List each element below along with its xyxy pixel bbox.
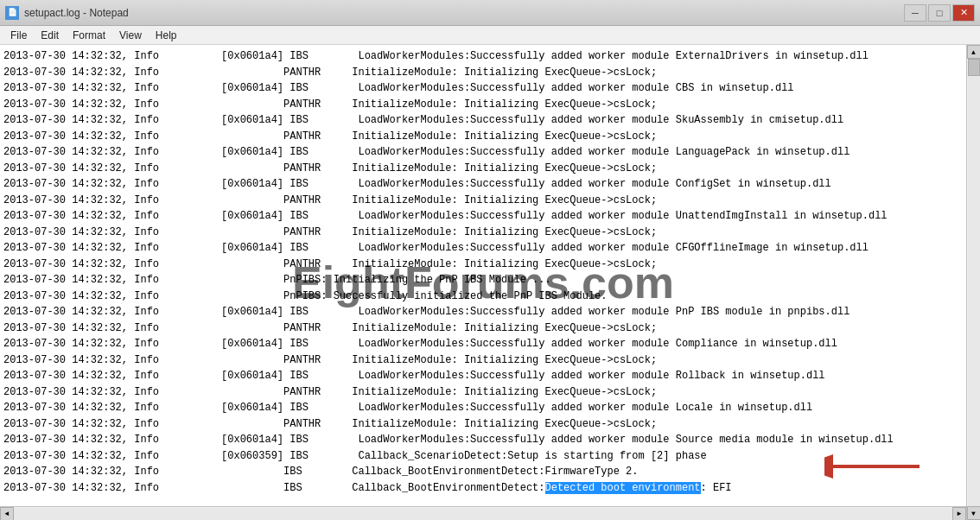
log-line: 2013-07-30 14:32:32, Info PnPIBS: Succes… — [3, 289, 963, 305]
log-line: 2013-07-30 14:32:32, Info PANTHR Initial… — [3, 416, 963, 433]
log-line: 2013-07-30 14:32:32, Info [0x060359] IBS… — [3, 448, 963, 465]
scroll-track-h[interactable] — [14, 508, 952, 520]
scroll-track[interactable] — [968, 59, 980, 506]
log-line: 2013-07-30 14:32:32, Info [0x0601a4] IBS… — [3, 368, 963, 384]
log-line: 2013-07-30 14:32:32, Info PANTHR Initial… — [3, 161, 963, 177]
log-line: 2013-07-30 14:32:32, Info [0x0601a4] IBS… — [3, 432, 963, 448]
log-line: 2013-07-30 14:32:32, Info PANTHR Initial… — [3, 65, 963, 81]
log-lines: 2013-07-30 14:32:32, Info [0x0601a4] IBS… — [0, 47, 966, 498]
log-content[interactable]: 2013-07-30 14:32:32, Info [0x0601a4] IBS… — [0, 45, 966, 520]
log-line: 2013-07-30 14:32:32, Info [0x0601a4] IBS… — [3, 400, 963, 416]
log-line: 2013-07-30 14:32:32, Info PANTHR Initial… — [3, 257, 963, 273]
minimize-button[interactable]: ─ — [904, 4, 926, 22]
log-line: 2013-07-30 14:32:32, Info [0x0601a4] IBS… — [3, 240, 963, 257]
content-area: 2013-07-30 14:32:32, Info [0x0601a4] IBS… — [0, 45, 980, 520]
app-icon: 📄 — [5, 6, 19, 20]
log-line: 2013-07-30 14:32:32, Info [0x0601a4] IBS… — [3, 304, 963, 320]
menu-bar: File Edit Format View Help — [0, 26, 980, 45]
log-line: 2013-07-30 14:32:32, Info PANTHR Initial… — [3, 193, 963, 209]
title-bar: 📄 setupact.log - Notepad ─ □ ✕ — [0, 0, 980, 26]
menu-view[interactable]: View — [112, 28, 149, 43]
window-title: setupact.log - Notepad — [24, 7, 129, 19]
log-line: 2013-07-30 14:32:32, Info [0x0601a4] IBS… — [3, 112, 963, 129]
scroll-left-arrow[interactable]: ◄ — [0, 507, 14, 521]
menu-format[interactable]: Format — [66, 28, 112, 43]
menu-edit[interactable]: Edit — [34, 28, 66, 43]
log-line: 2013-07-30 14:32:32, Info PANTHR Initial… — [3, 97, 963, 113]
highlighted-text: Detected boot environment — [545, 482, 701, 494]
log-line: 2013-07-30 14:32:32, Info PANTHR Initial… — [3, 225, 963, 241]
log-line: 2013-07-30 14:32:32, Info [0x0601a4] IBS… — [3, 48, 963, 65]
menu-help[interactable]: Help — [149, 28, 184, 43]
log-line: 2013-07-30 14:32:32, Info [0x0601a4] IBS… — [3, 336, 963, 352]
log-line: 2013-07-30 14:32:32, Info PANTHR Initial… — [3, 352, 963, 369]
menu-file[interactable]: File — [3, 28, 34, 43]
log-line: 2013-07-30 14:32:32, Info [0x0601a4] IBS… — [3, 80, 963, 97]
log-line: 2013-07-30 14:32:32, Info PANTHR Initial… — [3, 129, 963, 145]
scroll-down-arrow[interactable]: ▼ — [967, 506, 981, 520]
log-line: 2013-07-30 14:32:32, Info [0x0601a4] IBS… — [3, 176, 963, 193]
scroll-thumb[interactable] — [968, 59, 980, 76]
log-line: 2013-07-30 14:32:32, Info [0x0601a4] IBS… — [3, 144, 963, 161]
window-controls: ─ □ ✕ — [904, 4, 975, 22]
vertical-scrollbar[interactable]: ▲ ▼ — [966, 45, 980, 520]
log-line: 2013-07-30 14:32:32, Info PANTHR Initial… — [3, 320, 963, 337]
log-line: 2013-07-30 14:32:32, Info [0x0601a4] IBS… — [3, 208, 963, 225]
log-line: 2013-07-30 14:32:32, Info IBS Callback_B… — [3, 464, 963, 480]
log-line: 2013-07-30 14:32:32, Info IBS Callback_B… — [3, 480, 963, 497]
scroll-right-arrow[interactable]: ► — [952, 507, 966, 521]
title-bar-left: 📄 setupact.log - Notepad — [5, 6, 129, 20]
app-icon-label: 📄 — [8, 8, 17, 17]
horizontal-scrollbar[interactable]: ◄ ► — [0, 506, 966, 520]
log-line: 2013-07-30 14:32:32, Info PANTHR Initial… — [3, 384, 963, 401]
close-button[interactable]: ✕ — [952, 4, 975, 22]
scroll-up-arrow[interactable]: ▲ — [967, 45, 981, 59]
maximize-button[interactable]: □ — [928, 4, 951, 22]
log-line: 2013-07-30 14:32:32, Info PnPIBS: Initia… — [3, 272, 963, 289]
